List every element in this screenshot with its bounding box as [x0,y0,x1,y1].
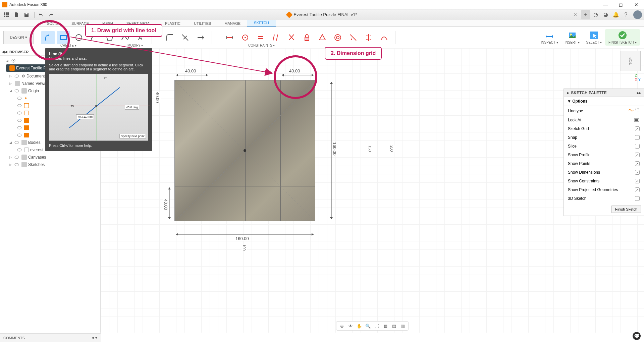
palette-show-dimensions[interactable]: Show Dimensions [564,168,644,177]
window-maximize-button[interactable]: ◻ [613,0,629,9]
svg-rect-12 [60,36,66,40]
quick-access-bar: Everest Tactile Puzzle FINAL v1* × + ◔ ◕… [0,9,644,20]
grid-display-icon[interactable]: ▤ [391,323,397,329]
tab-close-icon[interactable]: × [574,12,577,18]
svg-rect-0 [4,12,5,14]
document-title: Everest Tactile Puzzle FINAL v1* [293,12,357,17]
equal-constraint-icon[interactable] [254,31,267,44]
svg-rect-2 [7,12,9,14]
palette-show-constraints[interactable]: Show Constraints [564,177,644,185]
palette-show-profile[interactable]: Show Profile [564,151,644,159]
midpoint-constraint-icon[interactable] [316,31,329,44]
parallel-constraint-icon[interactable] [269,31,283,44]
palette-show-points[interactable]: Show Points [564,159,644,168]
svg-point-53 [95,105,97,107]
palette-lookat[interactable]: Look At [564,116,644,124]
file-menu-icon[interactable] [12,10,21,19]
undo-icon[interactable] [37,10,45,19]
svg-point-29 [15,90,19,92]
redo-icon[interactable] [47,10,55,19]
fit-icon[interactable]: ⛶ [373,323,380,329]
symmetry-constraint-icon[interactable] [362,31,375,44]
svg-point-30 [17,97,21,100]
rectangle-tool-icon[interactable] [57,31,70,44]
apps-grid-icon[interactable] [2,10,11,19]
help-icon[interactable]: ? [621,10,631,19]
finish-sketch-button[interactable]: FINISH SKETCH ▾ [605,29,640,46]
fillet-tool-icon[interactable] [163,31,176,44]
circle-tool-icon[interactable] [72,31,86,44]
palette-options-section[interactable]: ▼ Options [564,97,644,106]
svg-point-32 [17,112,21,114]
orbit-icon[interactable]: ⊕ [338,323,345,329]
palette-finish-button[interactable]: Finish Sketch [611,206,641,213]
perpendicular-constraint-icon[interactable] [285,31,298,44]
palette-slice[interactable]: Slice [564,142,644,151]
sketch-palette: ●SKETCH PALETTE▸▸ ▼ Options Linetype Loo… [564,89,644,216]
tooltip-footer: Press Ctrl+/ for more help. [49,144,148,148]
viewcube[interactable]: TOP [621,51,641,71]
insert-menu[interactable]: INSERT ▾ [561,29,583,46]
viewport-icon[interactable]: ▥ [399,323,406,329]
job-status-icon[interactable]: ◕ [601,10,610,19]
notifications-icon[interactable]: 🔔 [611,10,621,19]
svg-rect-18 [305,37,309,41]
workspace-switcher[interactable]: DESIGN ▾ [3,31,34,44]
navigation-bar: ⊕ 👁 ✋ 🔍 ⛶ ▦ ▤ ▥ [336,321,409,331]
extensions-icon[interactable]: ◔ [591,10,600,19]
canvas[interactable]: 40.00 40.00 40.00 40.00 160.00 160.00 15… [101,48,644,333]
create-group-label[interactable]: CREATE ▾ [60,44,76,47]
window-minimize-button[interactable]: — [598,0,613,9]
palette-show-projected[interactable]: Show Projected Geometries [564,185,644,194]
tooltip-title: Line (l) [49,52,62,56]
select-menu[interactable]: SELECT ▾ [583,29,605,46]
svg-point-19 [335,35,341,41]
palette-snap[interactable]: Snap [564,133,644,142]
constraints-group-label[interactable]: CONSTRAINTS ▾ [248,44,275,47]
tooltip-desc: Creates lines and arcs. [49,56,87,60]
horizontal-constraint-icon[interactable] [223,31,236,44]
concentric-constraint-icon[interactable] [331,31,344,44]
pan-icon[interactable]: ✋ [356,323,363,329]
svg-point-21 [351,39,352,40]
user-avatar[interactable] [633,10,642,19]
document-icon [286,11,292,18]
curvature-constraint-icon[interactable] [377,31,391,44]
tree-sketches[interactable]: ▷Sketches [0,161,100,168]
palette-sketch-grid[interactable]: Sketch Grid [564,124,644,133]
app-title: Autodesk Fusion 360 [9,2,47,7]
tangent-constraint-icon[interactable] [346,31,360,44]
new-tab-button[interactable]: + [581,10,590,19]
line-tool-icon[interactable] [41,31,55,44]
sketch-center-point [244,149,246,152]
svg-rect-4 [6,14,7,15]
palette-3d-sketch[interactable]: 3D Sketch [564,194,644,203]
app-icon [2,2,7,7]
zoom-icon[interactable]: 🔍 [365,323,371,329]
svg-point-38 [15,156,19,159]
window-close-button[interactable]: ✕ [629,0,644,9]
tab-manage[interactable]: MANAGE [218,20,247,26]
inspect-menu[interactable]: INSPECT ▾ [538,29,561,46]
svg-point-10 [48,35,49,36]
modify-group-label[interactable]: MODIFY ▾ [127,44,143,47]
extend-tool-icon[interactable] [194,31,207,44]
svg-point-20 [336,36,339,39]
tab-sketch[interactable]: SKETCH [247,20,276,26]
tree-canvases[interactable]: ▷Canvases [0,154,100,161]
dimension-left-1[interactable]: 40.00 [154,92,161,103]
help-bubble[interactable]: 💬 [633,332,641,340]
document-tab[interactable]: Everest Tactile Puzzle FINAL v1* [287,12,357,17]
tab-utilities[interactable]: UTILITIES [187,20,218,26]
palette-linetype[interactable]: Linetype [564,106,644,116]
lookat-icon[interactable]: 👁 [347,323,354,329]
trim-tool-icon[interactable] [178,31,192,44]
palette-header[interactable]: ●SKETCH PALETTE▸▸ [564,89,644,97]
display-icon[interactable]: ▦ [382,323,389,329]
fix-constraint-icon[interactable] [300,31,314,44]
tab-plastic[interactable]: PLASTIC [158,20,187,26]
tab-solid[interactable]: SOLID [40,20,65,26]
coincident-constraint-icon[interactable] [238,31,252,44]
comments-panel[interactable]: COMMENTS● ▾ [0,333,101,342]
save-icon[interactable] [22,10,31,19]
